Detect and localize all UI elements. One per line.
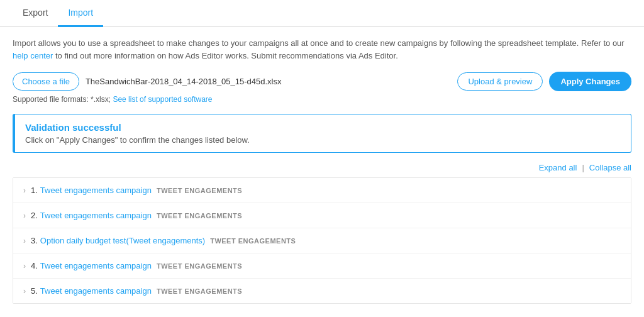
supported-software-link[interactable]: See list of supported software (113, 95, 212, 104)
validation-subtitle: Click on "Apply Changes" to confirm the … (25, 135, 621, 145)
tabs-bar: Export Import (0, 0, 644, 27)
chevron-right-icon: › (23, 211, 26, 220)
file-row-left: Choose a file TheSandwichBar-2018_04_14-… (13, 72, 281, 91)
supported-formats: Supported file formats: *.xlsx; See list… (13, 95, 631, 104)
description-before-link: Import allows you to use a spreadsheet t… (13, 38, 625, 48)
campaign-type-badge: TWEET ENGAGEMENTS (210, 237, 296, 245)
campaign-type-badge: TWEET ENGAGEMENTS (157, 187, 242, 194)
description-text: Import allows you to use a spreadsheet t… (13, 37, 631, 62)
campaign-item[interactable]: ›3.Option daily budget test(Tweet engage… (13, 228, 631, 253)
campaign-item[interactable]: ›4.Tweet engagements campaignTWEET ENGAG… (13, 253, 631, 279)
campaign-number: 2. (31, 211, 38, 220)
chevron-right-icon: › (23, 236, 26, 245)
collapse-all-button[interactable]: Collapse all (589, 163, 631, 172)
campaign-item[interactable]: ›1.Tweet engagements campaignTWEET ENGAG… (13, 178, 631, 203)
chevron-right-icon: › (23, 287, 26, 296)
campaign-name-link[interactable]: Tweet engagements campaign (40, 286, 152, 296)
chevron-right-icon: › (23, 262, 26, 270)
campaign-name-link[interactable]: Option daily budget test(Tweet engagemen… (40, 236, 205, 245)
campaign-number: 4. (31, 261, 38, 270)
campaign-item[interactable]: ›5.Tweet engagements campaignTWEET ENGAG… (13, 279, 631, 303)
main-content: Import allows you to use a spreadsheet t… (0, 37, 644, 304)
campaign-list: ›1.Tweet engagements campaignTWEET ENGAG… (13, 177, 631, 304)
campaign-type-badge: TWEET ENGAGEMENTS (157, 287, 242, 295)
chevron-right-icon: › (23, 186, 26, 195)
campaign-name-link[interactable]: Tweet engagements campaign (40, 261, 152, 270)
campaign-number: 1. (31, 186, 38, 195)
campaign-name-link[interactable]: Tweet engagements campaign (40, 211, 152, 220)
tab-export[interactable]: Export (13, 0, 58, 27)
validation-title: Validation successful (25, 122, 621, 133)
expand-all-button[interactable]: Expand all (539, 163, 577, 172)
supported-text: Supported file formats: *.xlsx; (13, 95, 113, 104)
upload-preview-button[interactable]: Upload & preview (457, 72, 543, 91)
validation-box: Validation successful Click on "Apply Ch… (13, 114, 631, 153)
campaign-item[interactable]: ›2.Tweet engagements campaignTWEET ENGAG… (13, 203, 631, 228)
campaign-type-badge: TWEET ENGAGEMENTS (157, 212, 242, 220)
tab-import[interactable]: Import (58, 0, 103, 27)
help-center-link[interactable]: help center (13, 51, 53, 60)
choose-file-button[interactable]: Choose a file (13, 72, 79, 91)
expand-collapse-divider: | (582, 163, 584, 172)
file-row: Choose a file TheSandwichBar-2018_04_14-… (13, 72, 631, 91)
apply-changes-button[interactable]: Apply Changes (549, 72, 631, 91)
expand-collapse-row: Expand all | Collapse all (13, 163, 631, 172)
campaign-number: 5. (31, 286, 38, 296)
description-after-link: to find out more information on how Ads … (53, 51, 397, 60)
campaign-name-link[interactable]: Tweet engagements campaign (40, 186, 152, 195)
file-row-right: Upload & preview Apply Changes (457, 72, 631, 91)
campaign-number: 3. (31, 236, 38, 245)
file-name-label: TheSandwichBar-2018_04_14-2018_05_15-d45… (86, 77, 282, 86)
campaign-type-badge: TWEET ENGAGEMENTS (157, 262, 242, 270)
